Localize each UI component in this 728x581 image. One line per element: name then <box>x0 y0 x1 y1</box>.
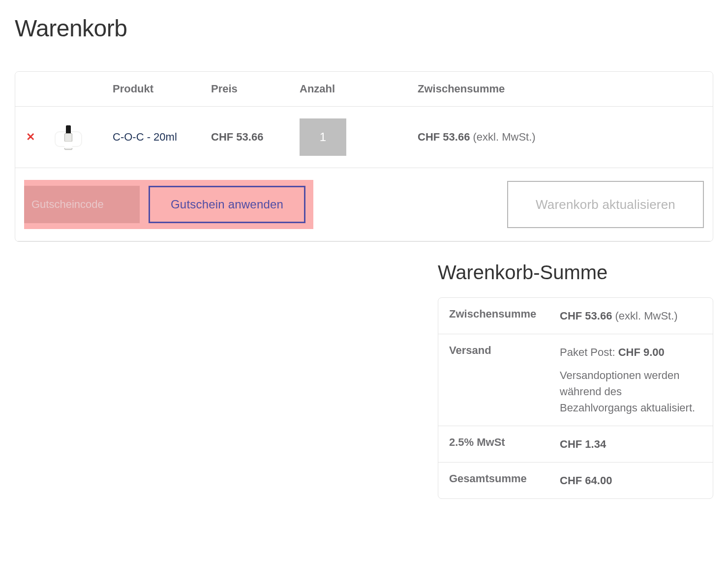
totals-row-shipping: Versand Paket Post: CHF 9.00 Versandopti… <box>438 334 713 426</box>
totals-title: Warenkorb-Summe <box>438 261 713 284</box>
shipping-method: Paket Post: <box>560 346 615 358</box>
page-title: Warenkorb <box>15 15 713 42</box>
update-cart-button[interactable]: Warenkorb aktualisieren <box>507 181 704 228</box>
row-subtotal-amount: CHF 53.66 <box>418 131 470 143</box>
col-product-header: Produkt <box>104 72 202 107</box>
shipping-note: Versandoptionen werden während des Bezah… <box>560 367 702 416</box>
totals-row-tax: 2.5% MwSt CHF 1.34 <box>438 426 713 463</box>
quantity-input[interactable] <box>300 118 346 156</box>
totals-row-subtotal: Zwischensumme CHF 53.66 (exkl. MwSt.) <box>438 298 713 334</box>
tax-amount: CHF 1.34 <box>560 438 606 450</box>
cart-actions-row: Gutschein anwenden Warenkorb aktualisier… <box>15 168 713 241</box>
totals-row-total: Gesamtsumme CHF 64.00 <box>438 463 713 498</box>
cart-row: ✕ C-O-C - 20ml CHF 53.66 <box>15 107 713 168</box>
product-name-link[interactable]: C-O-C - 20ml <box>113 131 177 143</box>
subtotal-label: Zwischensumme <box>438 298 549 334</box>
col-price-header: Preis <box>202 72 291 107</box>
cart-totals-section: Warenkorb-Summe Zwischensumme CHF 53.66 … <box>438 261 713 499</box>
subtotal-tax-note: (exkl. MwSt.) <box>615 310 678 322</box>
remove-item-button[interactable]: ✕ <box>26 132 35 143</box>
cart-table-container: Produkt Preis Anzahl Zwischensumme ✕ <box>15 71 713 242</box>
subtotal-amount: CHF 53.66 <box>560 310 612 322</box>
totals-table: Zwischensumme CHF 53.66 (exkl. MwSt.) Ve… <box>438 297 713 499</box>
col-subtotal-header: Zwischensumme <box>409 72 713 107</box>
total-amount: CHF 64.00 <box>560 474 612 487</box>
apply-coupon-button[interactable]: Gutschein anwenden <box>149 186 305 223</box>
tax-label: 2.5% MwSt <box>438 426 549 463</box>
col-thumb-header <box>45 72 104 107</box>
cart-table: Produkt Preis Anzahl Zwischensumme ✕ <box>15 72 713 241</box>
coupon-code-input[interactable] <box>24 186 140 223</box>
product-thumbnail[interactable] <box>54 122 83 152</box>
row-subtotal-tax-note: (exkl. MwSt.) <box>473 131 536 143</box>
col-remove-header <box>15 72 45 107</box>
shipping-label: Versand <box>438 334 549 426</box>
shipping-amount: CHF 9.00 <box>618 346 665 358</box>
total-label: Gesamtsumme <box>438 463 549 498</box>
coupon-group: Gutschein anwenden <box>24 180 313 229</box>
col-quantity-header: Anzahl <box>291 72 409 107</box>
product-price: CHF 53.66 <box>211 131 263 143</box>
